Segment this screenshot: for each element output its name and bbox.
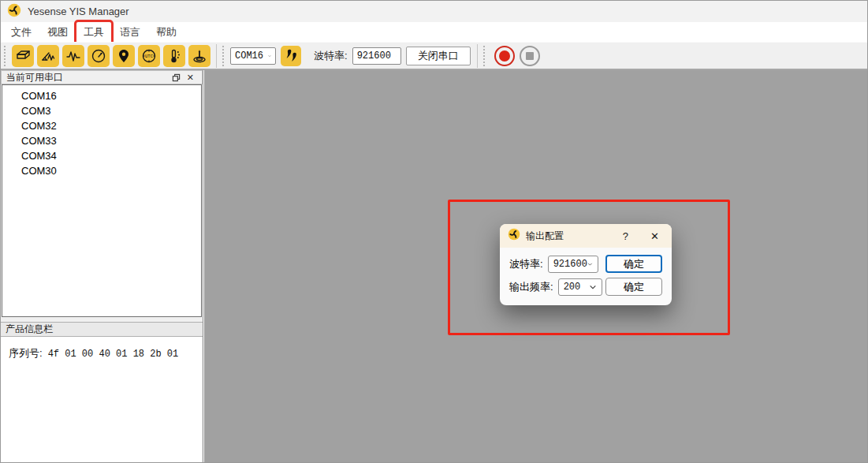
port-list-item[interactable]: COM16 (2, 88, 201, 103)
dialog-baud-value: 921600 (553, 259, 587, 270)
baud-rate-label: 波特率: (314, 49, 348, 63)
dock-close-icon[interactable]: ✕ (184, 73, 197, 83)
dialog-title: 输出配置 (526, 230, 618, 243)
menu-view[interactable]: 视图 (42, 23, 73, 42)
sensor-inkwell-icon[interactable] (188, 45, 210, 67)
menu-file[interactable]: 文件 (6, 23, 37, 42)
port-list-item[interactable]: COM34 (2, 148, 201, 163)
output-rate-confirm-button[interactable]: 确定 (605, 278, 662, 296)
window-title: Yesense YIS Manager (28, 6, 129, 17)
port-list-item[interactable]: COM32 (2, 118, 201, 133)
gauge-icon[interactable] (88, 45, 110, 67)
title-bar: Yesense YIS Manager (1, 1, 867, 22)
output-rate-row: 输出频率: 200 确定 (509, 278, 662, 296)
dialog-output-rate-value: 200 (564, 282, 581, 293)
thermometer-icon[interactable] (163, 45, 185, 67)
dialog-logo-icon (508, 228, 520, 244)
serial-number-label: 序列号: (9, 346, 43, 360)
baud-rate-select[interactable]: 921600 (352, 47, 401, 65)
dock-float-icon[interactable] (169, 73, 184, 82)
port-select[interactable]: COM16 (230, 47, 276, 65)
utc-clock-icon[interactable]: UTC (138, 45, 160, 67)
chevron-down-icon (268, 52, 271, 60)
dock-header: 当前可用串口 ✕ (1, 70, 203, 84)
dock-title: 当前可用串口 (6, 71, 169, 84)
serial-ports-dock: 当前可用串口 ✕ COM16 COM3 COM32 COM33 COM34 CO… (1, 70, 203, 462)
toolbar-drag-handle[interactable] (4, 46, 9, 66)
app-window: Yesense YIS Manager 文件 视图 工具 语言 帮助 (0, 0, 868, 463)
attitude-angle-waveform-icon[interactable] (37, 45, 59, 67)
menu-bar: 文件 视图 工具 语言 帮助 (1, 22, 867, 42)
location-pin-icon[interactable] (113, 45, 135, 67)
dialog-help-button[interactable]: ? (618, 230, 633, 242)
dialog-baud-select[interactable]: 921600 (548, 256, 598, 273)
chevron-down-icon (587, 260, 593, 268)
record-button[interactable] (494, 46, 515, 66)
dialog-title-bar[interactable]: 输出配置 ? ✕ (500, 224, 672, 248)
stop-button[interactable] (520, 46, 540, 66)
cube-3d-icon[interactable] (12, 45, 34, 67)
dialog-output-rate-label: 输出频率: (509, 280, 553, 294)
product-info-header: 产品信息栏 (1, 322, 203, 337)
port-list[interactable]: COM16 COM3 COM32 COM33 COM34 COM30 (2, 84, 202, 317)
toolbar-drag-handle[interactable] (222, 46, 228, 66)
toolbar-separator (477, 44, 478, 68)
port-list-item[interactable]: COM30 (2, 163, 201, 178)
menu-tools[interactable]: 工具 (78, 23, 110, 42)
serial-number-row: 序列号: 4f 01 00 40 01 18 2b 01 (9, 346, 178, 360)
chevron-down-icon (589, 283, 597, 291)
menu-help[interactable]: 帮助 (151, 23, 182, 42)
close-serial-port-button[interactable]: 关闭串口 (406, 47, 471, 65)
refresh-ports-icon[interactable] (281, 46, 301, 66)
output-config-dialog: 输出配置 ? ✕ 波特率: 921600 确定 输出频率: 200 (500, 224, 672, 305)
toolbar: UTC COM16 (1, 42, 867, 70)
dialog-body: 波特率: 921600 确定 输出频率: 200 确定 (500, 248, 672, 296)
product-info-panel: 序列号: 4f 01 00 40 01 18 2b 01 软件版本号: YIS3… (1, 337, 202, 462)
dialog-close-button[interactable]: ✕ (646, 230, 664, 242)
app-logo-icon (7, 3, 21, 21)
baud-rate-row: 波特率: 921600 确定 (509, 255, 662, 273)
svg-text:UTC: UTC (145, 54, 154, 59)
dialog-baud-label: 波特率: (509, 257, 543, 271)
waveform-icon[interactable] (62, 45, 84, 67)
menu-language[interactable]: 语言 (114, 23, 146, 42)
port-select-value: COM16 (235, 50, 263, 62)
port-list-item[interactable]: COM3 (2, 103, 201, 118)
toolbar-separator (216, 44, 217, 68)
record-icon (499, 50, 510, 62)
toolbar-drag-handle[interactable] (483, 46, 489, 66)
baud-rate-value: 921600 (357, 50, 391, 62)
chevron-down-icon (396, 52, 397, 60)
serial-number-value: 4f 01 00 40 01 18 2b 01 (48, 349, 179, 360)
product-info-title: 产品信息栏 (6, 323, 53, 336)
port-list-item[interactable]: COM33 (2, 133, 201, 148)
stop-icon (526, 52, 534, 60)
baud-confirm-button[interactable]: 确定 (605, 255, 662, 273)
dialog-output-rate-select[interactable]: 200 (558, 278, 602, 296)
